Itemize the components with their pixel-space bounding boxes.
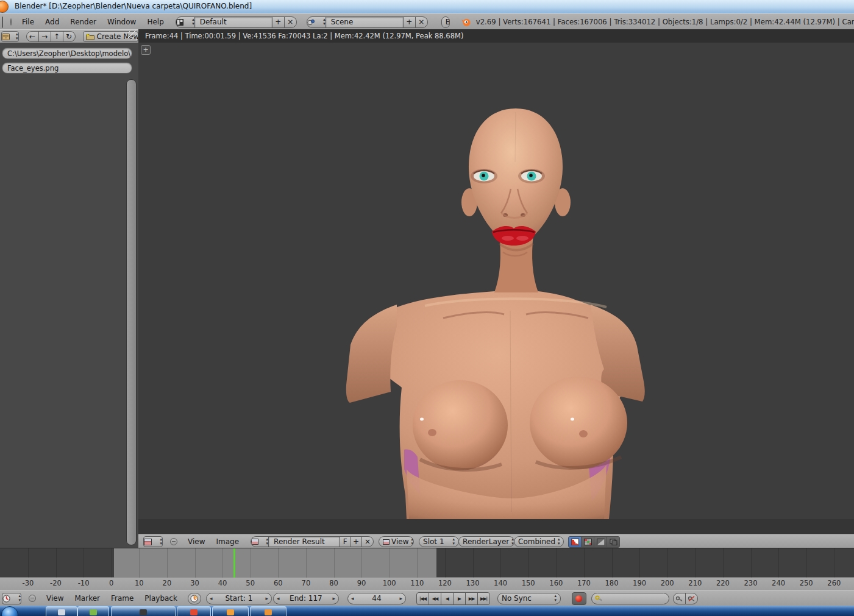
- insert-keyframe-button[interactable]: [673, 593, 686, 604]
- playback-button-5[interactable]: ▶▶|: [477, 592, 490, 605]
- tick-label: 100: [383, 579, 396, 587]
- tick-label: 120: [438, 579, 452, 587]
- menu-add[interactable]: Add: [40, 18, 65, 26]
- menu-frame[interactable]: Frame: [105, 594, 139, 603]
- blender-app-icon: [0, 1, 9, 13]
- image-datablock-name[interactable]: Render Result: [268, 536, 340, 547]
- menu-marker[interactable]: Marker: [69, 594, 105, 603]
- tick-label: 190: [633, 579, 646, 587]
- frame-end-stepper[interactable]: ◂End: 117▸: [273, 593, 339, 604]
- windows-taskbar[interactable]: [0, 606, 854, 616]
- tick-label: 10: [135, 579, 144, 587]
- playback-button-3[interactable]: ▶: [453, 592, 466, 605]
- zdepth-channel-button[interactable]: [607, 536, 620, 548]
- tick-label: 230: [744, 579, 758, 587]
- playback-button-1[interactable]: ◀◀: [429, 592, 441, 605]
- tick-label: -30: [22, 579, 34, 587]
- taskbar-button-3[interactable]: [177, 606, 211, 616]
- color-channel-button[interactable]: [581, 536, 594, 548]
- back-button[interactable]: ←: [26, 31, 39, 42]
- color-alpha-channel-button[interactable]: [568, 536, 582, 548]
- image-editor-viewport: +: [138, 43, 854, 548]
- taskbar-button-2[interactable]: [111, 606, 176, 616]
- pin-view-select[interactable]: View▴▾: [379, 536, 414, 547]
- tick-label: 80: [329, 579, 338, 587]
- collapse-menus-toggle[interactable]: [170, 538, 177, 545]
- taskbar-button-5[interactable]: [250, 606, 286, 616]
- window-titlebar[interactable]: Blender* [D:\Zeopher\Blender\Nueva carpe…: [0, 0, 854, 13]
- delete-screen-layout-button[interactable]: ×: [284, 16, 297, 28]
- add-scene-button[interactable]: +: [403, 16, 416, 28]
- taskbar-app-icon: [265, 609, 272, 615]
- start-button[interactable]: [1, 606, 18, 616]
- sync-mode-select[interactable]: No Sync▴▾: [497, 593, 561, 604]
- use-preview-range-toggle[interactable]: [188, 593, 201, 604]
- render-layer-select[interactable]: RenderLayer▴▾: [458, 536, 514, 547]
- unlink-image-button[interactable]: ×: [361, 536, 374, 547]
- timeline-track[interactable]: [0, 548, 854, 578]
- figure-left-breast: [413, 380, 508, 470]
- timeline-frame-range: [114, 548, 436, 578]
- taskbar-button-0[interactable]: [46, 606, 77, 616]
- delete-keyframe-button[interactable]: [685, 593, 698, 604]
- tick-label: 250: [800, 579, 813, 587]
- filename-input[interactable]: Face_eyes.png: [2, 62, 132, 74]
- image-browse-button[interactable]: ▴▾: [251, 536, 269, 547]
- tick-label: 60: [274, 579, 283, 587]
- frame-start-stepper[interactable]: ◂Start: 1▸: [206, 593, 272, 604]
- taskbar-button-4[interactable]: [212, 606, 249, 616]
- editor-type-timeline-button[interactable]: ▴▾: [2, 593, 21, 604]
- current-frame-stepper[interactable]: ◂44▸: [347, 593, 406, 604]
- timeline-current-frame-cursor[interactable]: [233, 548, 235, 578]
- keying-set-select[interactable]: [591, 593, 669, 604]
- alpha-icon: [597, 539, 605, 545]
- key-delete-icon: [688, 595, 696, 602]
- menu-help[interactable]: Help: [141, 18, 169, 26]
- tick-label: 50: [246, 579, 255, 587]
- menu-view[interactable]: View: [182, 537, 210, 546]
- editor-type-file-button[interactable]: ▴▾: [1, 31, 19, 42]
- screen-layout-browse-button[interactable]: ▴▾: [176, 16, 195, 28]
- menu-file[interactable]: File: [16, 18, 40, 26]
- playback-button-4[interactable]: ▶▶: [465, 592, 478, 605]
- add-screen-layout-button[interactable]: +: [272, 16, 285, 28]
- forward-button[interactable]: →: [38, 31, 51, 42]
- taskbar-app-icon: [190, 609, 197, 615]
- editor-type-info-button[interactable]: ▴▾: [2, 16, 3, 28]
- menu-render[interactable]: Render: [65, 18, 102, 26]
- alpha-channel-button[interactable]: [594, 536, 607, 548]
- clock-icon: [2, 595, 10, 603]
- render-result-image[interactable]: +: [138, 43, 854, 519]
- menu-window[interactable]: Window: [102, 18, 141, 26]
- scene-browse-button[interactable]: ▴▾: [307, 16, 326, 28]
- menu-view[interactable]: View: [41, 594, 69, 603]
- delete-scene-button[interactable]: ×: [415, 16, 428, 28]
- timeline-ruler[interactable]: -30-20-100102030405060708090100110120130…: [0, 577, 854, 590]
- directory-path-input[interactable]: C:\Users\Zeopher\Desktop\modelo\: [2, 48, 132, 59]
- slot-select[interactable]: Slot 1▴▾: [419, 536, 459, 547]
- screen-layout-name[interactable]: Default: [194, 16, 272, 28]
- up-directory-button[interactable]: ↑: [51, 31, 63, 42]
- taskbar-button-1[interactable]: [77, 606, 109, 616]
- file-list-scrollbar[interactable]: [126, 79, 137, 545]
- scene-name[interactable]: Scene: [326, 16, 404, 28]
- menu-playback[interactable]: Playback: [139, 594, 183, 603]
- collapse-menus-toggle[interactable]: [10, 18, 12, 26]
- editor-type-image-button[interactable]: ▴▾: [143, 536, 163, 547]
- playback-button-2[interactable]: ◀: [441, 592, 454, 605]
- new-image-button[interactable]: +: [350, 536, 362, 547]
- back-icon: ←: [29, 32, 35, 41]
- collapse-menus-toggle[interactable]: [29, 595, 36, 602]
- region-expand-plus-icon[interactable]: +: [141, 45, 151, 55]
- render-engine-select[interactable]: Blender Render▴▾: [441, 16, 450, 28]
- area-resize-corner[interactable]: [127, 30, 137, 40]
- key-icon: [595, 595, 603, 602]
- tick-label: 40: [218, 579, 227, 587]
- auto-keyframe-record-button[interactable]: [572, 592, 586, 605]
- fake-user-button[interactable]: F: [340, 536, 350, 547]
- playback-button-0[interactable]: |◀◀: [416, 592, 429, 605]
- menu-image[interactable]: Image: [210, 537, 244, 546]
- file-browser-panel: C:\Users\Zeopher\Desktop\modelo\ Face_ey…: [0, 43, 139, 548]
- render-pass-select[interactable]: Combined▴▾: [514, 536, 564, 547]
- refresh-button[interactable]: ↻: [63, 31, 76, 42]
